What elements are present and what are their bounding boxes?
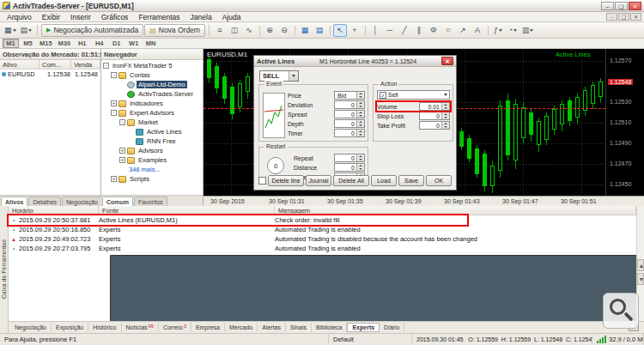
expand-toggle-icon[interactable]: -: [119, 119, 125, 125]
log-row[interactable]: 2015.09.29 20:50:16.850 Experts Automate…: [9, 225, 636, 234]
terminal-tab[interactable]: Correio 3: [159, 323, 191, 332]
delete-all-button[interactable]: Delete All: [333, 175, 369, 186]
minimize-button[interactable]: –: [601, 2, 614, 10]
autotrading-button[interactable]: ▶ Negociação Automatizada: [41, 24, 143, 37]
menu-item[interactable]: Inserir: [65, 13, 96, 21]
expand-toggle-icon[interactable]: -: [111, 72, 117, 78]
vertical-line-button[interactable]: │: [368, 24, 382, 37]
column-time[interactable]: Horário: [9, 206, 99, 215]
navigator-tab[interactable]: Favoritos: [134, 197, 167, 206]
checkbox-checked-icon[interactable]: ✓: [380, 92, 386, 99]
spin-down-icon[interactable]: [441, 116, 449, 119]
spinner-input[interactable]: 0: [419, 112, 450, 120]
menu-item[interactable]: Ferramentas: [133, 13, 185, 21]
symbol-row[interactable]: EURUSD 1.12538 1.12548: [0, 70, 100, 79]
chart-minimize-button[interactable]: –: [606, 13, 617, 21]
expand-toggle-icon[interactable]: [119, 166, 125, 172]
zoom-out-button[interactable]: ⊖: [277, 24, 291, 37]
maximize-button[interactable]: ❑: [615, 2, 628, 10]
load-button[interactable]: Load: [371, 175, 397, 186]
trendline-button[interactable]: ╱: [398, 24, 411, 37]
spinner-input[interactable]: 0: [334, 119, 365, 128]
terminal-tab[interactable]: Notícias 99: [122, 323, 159, 332]
spinner-input[interactable]: 0: [334, 163, 365, 172]
terminal-tab[interactable]: Exposição: [52, 323, 88, 332]
text-button[interactable]: A: [471, 24, 484, 37]
column-ask[interactable]: Venda: [71, 60, 100, 69]
tile-windows-button[interactable]: ▦: [298, 24, 312, 37]
menu-item[interactable]: Arquivo: [2, 13, 37, 21]
tree-item[interactable]: Alpari-Ltd-Demo: [101, 80, 203, 89]
navigator-tab[interactable]: Comum: [102, 197, 133, 206]
spin-down-icon[interactable]: [356, 124, 364, 127]
tree-item[interactable]: + Indicadores: [101, 99, 203, 108]
action-type-combo[interactable]: ✓ Sell: [377, 90, 450, 100]
cursor-button[interactable]: ↖: [333, 24, 347, 37]
terminal-tab[interactable]: Mercado: [225, 323, 258, 332]
terminal-tab[interactable]: Alertas: [258, 323, 286, 332]
periods-button[interactable]: ◔: [506, 24, 519, 37]
spin-down-icon[interactable]: [356, 133, 364, 136]
dialog-title-bar[interactable]: Active Lines M1 Horizontal Line 40253 = …: [254, 56, 456, 67]
menu-item[interactable]: Gráficos: [96, 13, 134, 21]
scroll-down-icon[interactable]: [637, 273, 644, 285]
time-axis[interactable]: 30 Sep 201530 Sep 01:3130 Sep 01:3530 Se…: [204, 196, 644, 206]
tree-item[interactable]: + Examples: [101, 155, 203, 165]
tree-item[interactable]: + Advisors: [101, 146, 203, 155]
fibonacci-button[interactable]: Φ: [427, 24, 440, 37]
chart-close-button[interactable]: ✕: [630, 13, 641, 21]
cascade-windows-button[interactable]: ▤: [313, 24, 326, 37]
spin-down-icon[interactable]: [356, 158, 364, 161]
timeframe-button[interactable]: M30: [56, 39, 74, 48]
terminal-tab[interactable]: Negociação: [10, 323, 52, 332]
expand-toggle-icon[interactable]: +: [111, 176, 117, 182]
spinner-input[interactable]: 0: [334, 154, 365, 162]
spin-down-icon[interactable]: [356, 167, 364, 171]
column-symbol[interactable]: Ativo: [0, 60, 39, 69]
expand-toggle-icon[interactable]: [119, 91, 125, 97]
timeframe-button[interactable]: D1: [108, 39, 125, 48]
expand-toggle-icon[interactable]: [119, 82, 125, 88]
templates-button[interactable]: ▥: [520, 24, 536, 37]
timeframe-button[interactable]: H4: [91, 39, 107, 48]
spinner-input[interactable]: 0: [334, 129, 365, 137]
expand-toggle-icon[interactable]: [128, 129, 134, 135]
timeframe-button[interactable]: M5: [20, 39, 36, 48]
expand-toggle-icon[interactable]: +: [119, 148, 125, 154]
spin-down-icon[interactable]: [356, 105, 364, 108]
column-source[interactable]: Fonte: [99, 206, 275, 215]
tree-item[interactable]: - Contas: [101, 70, 203, 80]
terminal-tab[interactable]: Histórico: [88, 323, 121, 332]
tree-item[interactable]: Active Lines: [101, 127, 203, 136]
log-row[interactable]: 2015.09.29 20:49:02.723 Experts Automate…: [9, 234, 636, 244]
crosshair-button[interactable]: +: [348, 24, 361, 37]
indicators-button[interactable]: ƒ: [491, 24, 505, 37]
expand-toggle-icon[interactable]: +: [119, 157, 125, 163]
terminal-tab[interactable]: Diário: [380, 323, 404, 332]
save-button[interactable]: Save: [398, 175, 424, 186]
menu-item[interactable]: Exibir: [37, 13, 65, 21]
timeframe-button[interactable]: H1: [74, 39, 90, 48]
column-bid[interactable]: Com...: [39, 60, 71, 69]
new-chart-button[interactable]: ▦: [3, 24, 18, 37]
market-watch-tab[interactable]: Negociação: [62, 197, 102, 206]
spinner-input[interactable]: 0.01: [419, 102, 450, 111]
profiles-button[interactable]: ▤: [19, 24, 34, 37]
shapes-button[interactable]: ○: [441, 24, 455, 37]
tree-item[interactable]: - Market: [101, 118, 203, 127]
timeframe-button[interactable]: MN: [143, 39, 159, 48]
arrow-tools-button[interactable]: ↗: [456, 24, 470, 37]
expand-toggle-icon[interactable]: -: [111, 110, 117, 116]
terminal-tab[interactable]: Experts: [347, 323, 380, 332]
log-row[interactable]: 2015.09.29 20:27:03.795 Experts Automate…: [9, 244, 636, 253]
price-mode-combo[interactable]: Bid: [334, 91, 365, 100]
timeframe-button[interactable]: M15: [37, 39, 55, 48]
price-axis[interactable]: 1.125701.125501.125301.125101.124901.124…: [605, 49, 644, 196]
status-profile[interactable]: Default: [329, 334, 412, 345]
tree-item[interactable]: + Scripts: [101, 174, 203, 184]
close-button[interactable]: ✕: [629, 2, 641, 10]
expand-toggle-icon[interactable]: -: [103, 63, 109, 69]
expand-toggle-icon[interactable]: +: [111, 100, 117, 106]
channel-button[interactable]: ∥: [412, 24, 426, 37]
new-order-button[interactable]: ▤ Nova Ordem: [144, 24, 205, 37]
